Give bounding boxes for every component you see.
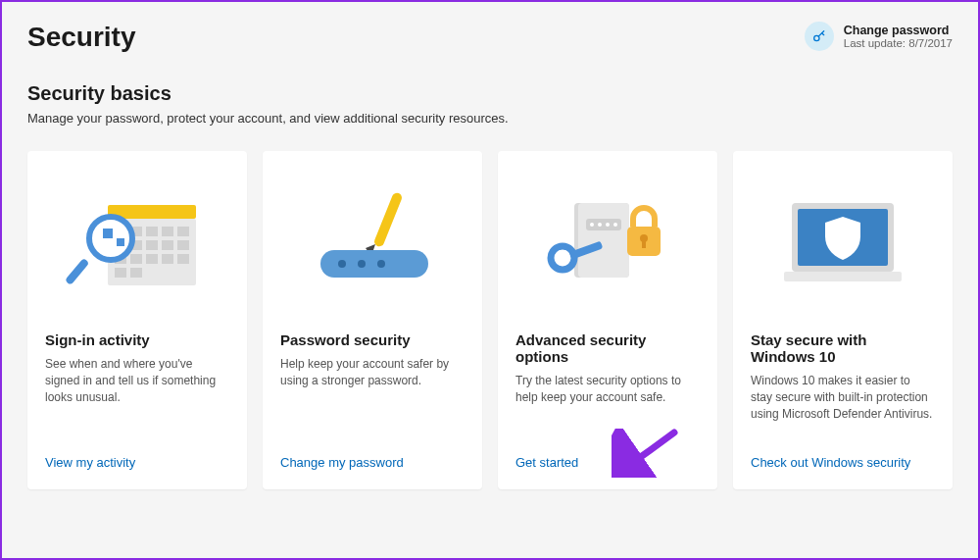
section-description: Manage your password, protect your accou… bbox=[27, 111, 953, 126]
password-security-illustration bbox=[280, 169, 465, 316]
card-windows-security: Stay secure with Windows 10 Windows 10 m… bbox=[733, 151, 953, 489]
card-description: See when and where you've signed in and … bbox=[45, 356, 229, 435]
svg-point-27 bbox=[338, 260, 346, 268]
signin-activity-illustration bbox=[45, 169, 229, 316]
svg-point-36 bbox=[613, 223, 617, 227]
card-title: Password security bbox=[280, 331, 465, 348]
svg-point-29 bbox=[377, 260, 385, 268]
card-signin-activity: Sign-in activity See when and where you'… bbox=[27, 151, 247, 489]
card-title: Sign-in activity bbox=[45, 331, 229, 348]
svg-rect-7 bbox=[177, 227, 189, 236]
svg-point-35 bbox=[606, 223, 610, 227]
svg-rect-24 bbox=[373, 191, 404, 248]
card-password-security: Password security Help keep your account… bbox=[263, 151, 482, 489]
svg-rect-14 bbox=[130, 254, 142, 264]
svg-point-34 bbox=[598, 223, 602, 227]
windows-security-link[interactable]: Check out Windows security bbox=[751, 455, 935, 470]
card-description: Windows 10 makes it easier to stay secur… bbox=[751, 373, 935, 435]
svg-rect-11 bbox=[162, 240, 173, 250]
change-password-subtitle: Last update: 8/7/2017 bbox=[844, 37, 953, 49]
card-description: Help keep your account safer by using a … bbox=[280, 356, 465, 435]
key-icon bbox=[805, 22, 834, 51]
svg-rect-12 bbox=[177, 240, 189, 250]
svg-rect-18 bbox=[115, 268, 126, 278]
get-started-link[interactable]: Get started bbox=[515, 455, 700, 470]
advanced-security-illustration bbox=[515, 169, 700, 316]
change-my-password-link[interactable]: Change my password bbox=[280, 455, 465, 470]
page-title: Security bbox=[27, 22, 136, 53]
svg-rect-39 bbox=[642, 240, 646, 248]
card-title: Advanced security options bbox=[515, 331, 700, 365]
section-title: Security basics bbox=[27, 82, 953, 105]
svg-rect-17 bbox=[177, 254, 189, 264]
svg-rect-45 bbox=[784, 272, 902, 281]
svg-rect-6 bbox=[162, 227, 173, 236]
svg-rect-19 bbox=[130, 268, 142, 278]
svg-point-33 bbox=[590, 223, 594, 227]
view-my-activity-link[interactable]: View my activity bbox=[45, 455, 229, 470]
change-password-title: Change password bbox=[844, 24, 953, 37]
annotation-arrow-icon bbox=[612, 429, 680, 478]
page-header: Security Change password Last update: 8/… bbox=[27, 22, 953, 53]
svg-rect-31 bbox=[578, 203, 629, 278]
svg-point-40 bbox=[551, 246, 574, 270]
svg-rect-15 bbox=[146, 254, 158, 264]
svg-rect-16 bbox=[162, 254, 173, 264]
svg-rect-5 bbox=[146, 227, 158, 236]
cards-container: Sign-in activity See when and where you'… bbox=[27, 151, 953, 489]
svg-rect-21 bbox=[65, 258, 89, 285]
svg-point-28 bbox=[358, 260, 366, 268]
svg-rect-26 bbox=[320, 250, 428, 278]
change-password-summary[interactable]: Change password Last update: 8/7/2017 bbox=[805, 22, 953, 51]
card-advanced-security: Advanced security options Try the latest… bbox=[498, 151, 717, 489]
windows-security-illustration bbox=[751, 169, 935, 316]
change-password-text: Change password Last update: 8/7/2017 bbox=[844, 24, 953, 49]
svg-rect-22 bbox=[103, 229, 113, 238]
card-description: Try the latest security options to help … bbox=[515, 373, 700, 435]
svg-rect-23 bbox=[117, 238, 124, 246]
card-title: Stay secure with Windows 10 bbox=[751, 331, 935, 365]
svg-rect-10 bbox=[146, 240, 158, 250]
